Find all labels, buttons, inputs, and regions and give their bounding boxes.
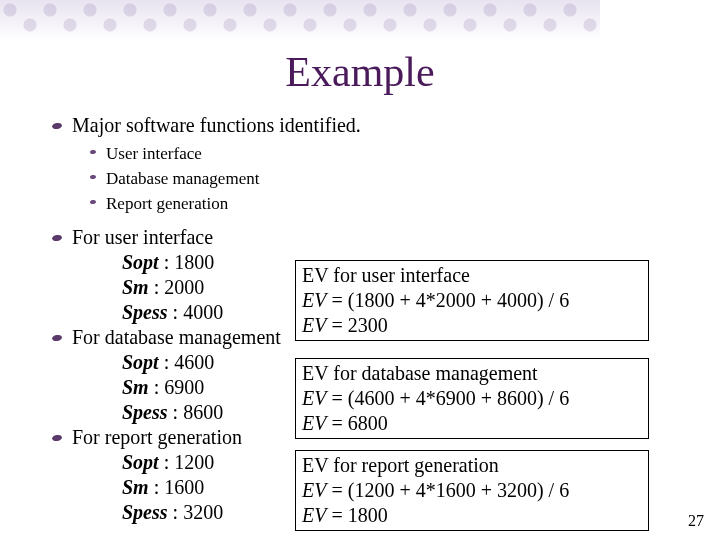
- function-item: Database management: [106, 168, 361, 191]
- ev-result: EV = 1800: [302, 503, 642, 528]
- ev-box: EV for report generation EV = (1200 + 4*…: [295, 450, 649, 531]
- ev-title: EV for user interface: [302, 263, 642, 288]
- ev-title: EV for database management: [302, 361, 642, 386]
- intro-line: Major software functions identified.: [72, 114, 361, 137]
- ev-box: EV for database management EV = (4600 + …: [295, 358, 649, 439]
- ev-formula: EV = (1800 + 4*2000 + 4000) / 6: [302, 288, 642, 313]
- ev-result: EV = 6800: [302, 411, 642, 436]
- page-number: 27: [688, 512, 704, 530]
- function-item: User interface: [106, 143, 361, 166]
- ev-box: EV for user interface EV = (1800 + 4*200…: [295, 260, 649, 341]
- decorative-header-pattern: [0, 0, 600, 42]
- function-item: Report generation: [106, 193, 361, 216]
- ev-title: EV for report generation: [302, 453, 642, 478]
- slide-title: Example: [0, 48, 720, 96]
- ev-result: EV = 2300: [302, 313, 642, 338]
- section-heading: For user interface: [72, 226, 361, 249]
- ev-formula: EV = (4600 + 4*6900 + 8600) / 6: [302, 386, 642, 411]
- ev-formula: EV = (1200 + 4*1600 + 3200) / 6: [302, 478, 642, 503]
